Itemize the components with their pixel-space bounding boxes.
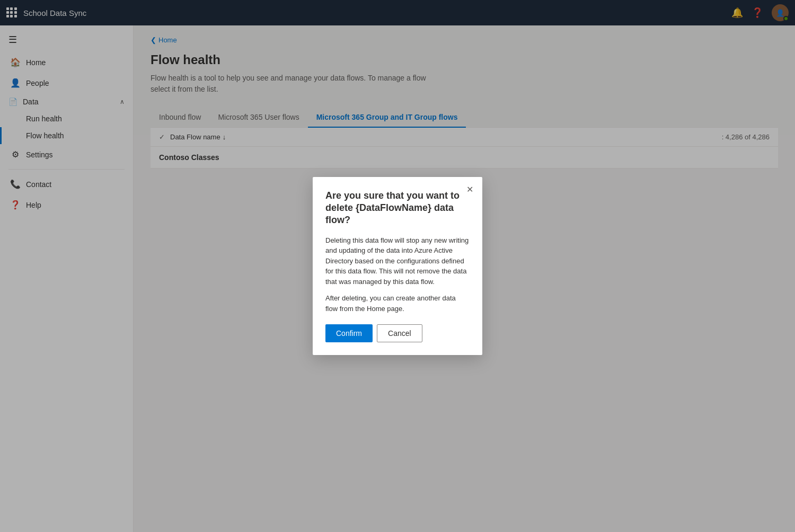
delete-dialog: ✕ Are you sure that you want to delete {…	[313, 177, 482, 356]
dialog-close-button[interactable]: ✕	[463, 183, 476, 196]
confirm-button[interactable]: Confirm	[325, 324, 373, 342]
dialog-title: Are you sure that you want to delete {Da…	[325, 190, 470, 227]
cancel-button[interactable]: Cancel	[377, 324, 422, 342]
dialog-body1: Deleting this data flow will stop any ne…	[325, 235, 470, 287]
dialog-body2: After deleting, you can create another d…	[325, 293, 470, 314]
dialog-overlay: ✕ Are you sure that you want to delete {…	[0, 0, 795, 532]
dialog-actions: Confirm Cancel	[325, 324, 470, 342]
